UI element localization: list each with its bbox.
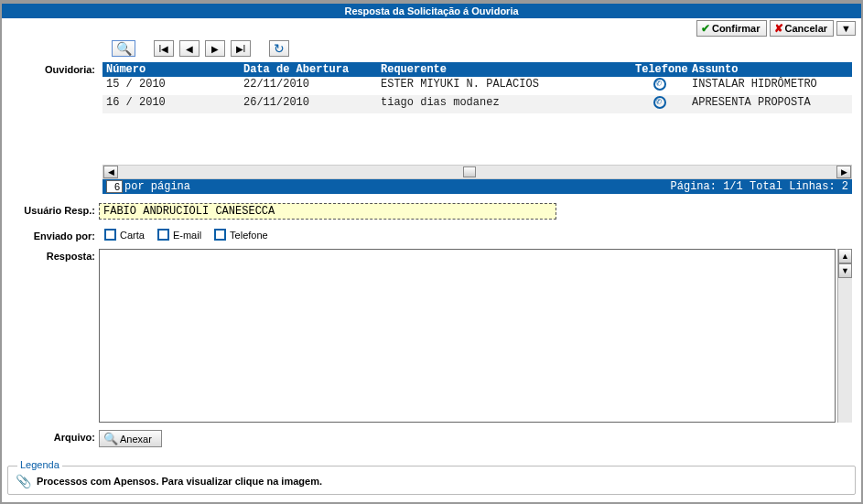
perpage-input[interactable]: [106, 180, 123, 193]
grid-header: Número Data de Abertura Requerente Telef…: [102, 62, 852, 77]
scroll-track[interactable]: [118, 166, 836, 178]
scroll-thumb[interactable]: [463, 166, 476, 177]
cell-telefone[interactable]: [631, 77, 688, 95]
col-header-requerente[interactable]: Requerente: [377, 62, 631, 77]
window-title: Resposta da Solicitação á Ouvidoria: [344, 5, 518, 16]
grid-footer-right: Página: 1/1 Total Linhas: 2: [671, 180, 848, 193]
ouvidoria-row: Ouvidoria: Número Data de Abertura Reque…: [7, 62, 856, 194]
grid-body: 15 / 2010 22/11/2010 ESTER MIYUKI N. PAL…: [102, 77, 852, 113]
arquivo-label: Arquivo:: [7, 430, 99, 443]
check-icon: ✔: [701, 22, 710, 35]
table-row[interactable]: 15 / 2010 22/11/2010 ESTER MIYUKI N. PAL…: [102, 77, 852, 95]
window: Resposta da Solicitação á Ouvidoria ✔Con…: [0, 0, 863, 504]
checkbox-box[interactable]: [104, 229, 116, 241]
action-bar: ✔Confirmar ✘Cancelar ▼: [2, 18, 861, 38]
first-button[interactable]: I◀: [154, 40, 174, 57]
cell-assunto: APRESENTA PROPOSTA: [688, 95, 852, 113]
col-header-telefone[interactable]: Telefone: [631, 62, 688, 77]
attach-search-icon: 🔍: [103, 432, 118, 445]
grid-footer: por página Página: 1/1 Total Linhas: 2: [102, 179, 852, 194]
checkbox-email[interactable]: E-mail: [157, 229, 201, 241]
scroll-right-button[interactable]: ▶: [836, 166, 851, 178]
cell-numero: 16 / 2010: [102, 95, 240, 113]
cell-data: 22/11/2010: [240, 77, 377, 95]
legend-item: 📎 Processos com Apensos. Para visualizar…: [16, 474, 847, 488]
checkbox-carta[interactable]: Carta: [104, 229, 145, 241]
legend-title: Legenda: [17, 459, 62, 470]
cancel-button[interactable]: ✘Cancelar: [770, 20, 834, 37]
enviado-por-options: Carta E-mail Telefone: [99, 229, 268, 241]
grid-nav-strip: 🔍 I◀ ◀ ▶ ▶I ↻: [99, 38, 856, 59]
perpage-label: por página: [124, 180, 190, 193]
checkbox-label: E-mail: [173, 230, 201, 241]
title-bar: Resposta da Solicitação á Ouvidoria: [2, 4, 861, 18]
confirm-label: Confirmar: [712, 23, 761, 34]
anexar-button[interactable]: 🔍 Anexar: [99, 430, 162, 447]
grid-hscroll[interactable]: ◀ ▶: [102, 165, 852, 179]
cell-assunto: INSTALAR HIDRÔMETRO: [688, 77, 852, 95]
usuario-resp-label: Usuário Resp.:: [7, 203, 99, 216]
checkbox-label: Carta: [120, 230, 145, 241]
grid: Número Data de Abertura Requerente Telef…: [102, 62, 852, 194]
refresh-button[interactable]: ↻: [269, 40, 289, 57]
usuario-resp-input[interactable]: [99, 203, 556, 220]
arquivo-row: Arquivo: 🔍 Anexar: [7, 430, 856, 447]
legend-box: Legenda 📎 Processos com Apensos. Para vi…: [7, 466, 856, 495]
next-button[interactable]: ▶: [205, 40, 225, 57]
enviado-por-row: Enviado por: Carta E-mail Telefone: [7, 229, 856, 241]
checkbox-box[interactable]: [157, 229, 169, 241]
legend-text: Processos com Apensos. Para visualizar c…: [37, 476, 322, 487]
cancel-label: Cancelar: [785, 23, 827, 34]
confirm-button[interactable]: ✔Confirmar: [696, 20, 767, 37]
textarea-vscroll[interactable]: ▲ ▼: [837, 249, 852, 423]
x-icon: ✘: [774, 22, 783, 35]
action-dropdown[interactable]: ▼: [836, 21, 856, 36]
scroll-down-button[interactable]: ▼: [838, 263, 852, 278]
cell-numero: 15 / 2010: [102, 77, 240, 95]
col-header-data[interactable]: Data de Abertura: [240, 62, 377, 77]
cell-requerente: ESTER MIYUKI N. PALACIOS: [377, 77, 631, 95]
scroll-up-button[interactable]: ▲: [838, 249, 852, 263]
checkbox-telefone[interactable]: Telefone: [214, 229, 268, 241]
enviado-por-label: Enviado por:: [7, 229, 99, 241]
col-header-numero[interactable]: Número: [102, 62, 240, 77]
usuario-resp-row: Usuário Resp.:: [7, 203, 856, 220]
phone-icon: [653, 78, 666, 91]
cell-telefone[interactable]: [631, 95, 688, 113]
phone-icon: [653, 96, 666, 109]
col-header-assunto[interactable]: Assunto: [688, 62, 852, 77]
form-area: 🔍 I◀ ◀ ▶ ▶I ↻ Ouvidoria: Número Data de …: [2, 38, 861, 447]
paperclip-icon: 📎: [16, 474, 31, 488]
resposta-row: Resposta: ▲ ▼: [7, 249, 856, 423]
resposta-label: Resposta:: [7, 249, 99, 262]
table-row[interactable]: 16 / 2010 26/11/2010 tiago dias modanez …: [102, 95, 852, 113]
cell-requerente: tiago dias modanez: [377, 95, 631, 113]
prev-button[interactable]: ◀: [179, 40, 200, 57]
checkbox-box[interactable]: [214, 229, 226, 241]
ouvidoria-label: Ouvidoria:: [7, 62, 99, 75]
search-button[interactable]: 🔍: [112, 40, 135, 57]
checkbox-label: Telefone: [230, 230, 268, 241]
resposta-textarea[interactable]: [99, 249, 836, 423]
anexar-label: Anexar: [120, 434, 152, 445]
scroll-left-button[interactable]: ◀: [103, 166, 118, 178]
cell-data: 26/11/2010: [240, 95, 377, 113]
last-button[interactable]: ▶I: [231, 40, 251, 57]
